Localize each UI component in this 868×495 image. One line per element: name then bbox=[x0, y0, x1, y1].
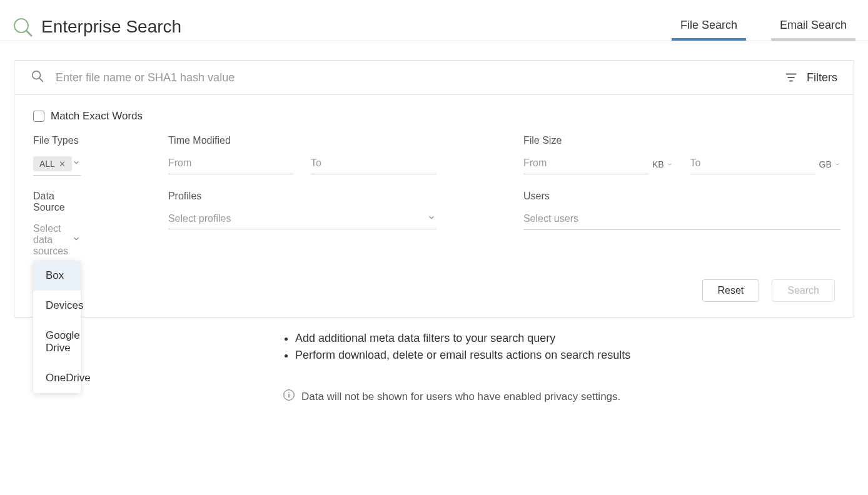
size-to-cell: GB bbox=[690, 152, 840, 174]
tab-file-search[interactable]: File Search bbox=[672, 12, 746, 41]
info-bullet: Perform download, delete or email result… bbox=[295, 347, 854, 364]
size-from-unit[interactable]: KB bbox=[652, 159, 673, 174]
data-source-select[interactable]: Select data sources Box Devices Google D… bbox=[33, 219, 81, 262]
app-title: Enterprise Search bbox=[41, 17, 181, 37]
chevron-down-icon[interactable] bbox=[72, 234, 81, 246]
app-logo bbox=[13, 17, 33, 37]
info-block: Add additional meta data filters to your… bbox=[14, 330, 854, 404]
dropdown-item-devices[interactable]: Devices bbox=[33, 291, 81, 321]
data-source-label: Data Source bbox=[33, 191, 81, 213]
tabs: File Search Email Search bbox=[672, 12, 855, 41]
match-exact-label: Match Exact Words bbox=[51, 110, 143, 122]
size-to-input[interactable] bbox=[690, 152, 815, 174]
search-bar: Filters bbox=[14, 61, 854, 95]
time-modified-label: Time Modified bbox=[168, 135, 436, 146]
svg-line-1 bbox=[26, 31, 31, 36]
info-note-text: Data will not be shown for users who hav… bbox=[301, 391, 620, 403]
chevron-down-icon[interactable] bbox=[427, 213, 436, 224]
profiles-placeholder: Select profiles bbox=[168, 213, 231, 224]
reset-button[interactable]: Reset bbox=[702, 279, 760, 302]
profiles-label: Profiles bbox=[168, 191, 436, 202]
svg-line-3 bbox=[39, 78, 43, 82]
filters-toggle[interactable]: Filters bbox=[784, 71, 837, 84]
chevron-down-icon bbox=[834, 161, 840, 168]
dropdown-item-onedrive[interactable]: OneDrive bbox=[33, 363, 81, 393]
main-content: Filters Match Exact Words File Types ALL… bbox=[0, 41, 868, 423]
filter-time-modified: Time Modified bbox=[168, 135, 436, 176]
filter-profiles: Profiles Select profiles bbox=[168, 191, 436, 262]
time-to-input[interactable] bbox=[311, 152, 436, 174]
info-bullet: Add additional meta data filters to your… bbox=[295, 330, 854, 347]
size-range-row: KB GB bbox=[523, 152, 840, 174]
match-exact-checkbox[interactable] bbox=[33, 111, 44, 122]
info-icon bbox=[283, 389, 295, 404]
info-list: Add additional meta data filters to your… bbox=[295, 330, 854, 364]
match-exact-row: Match Exact Words bbox=[33, 110, 835, 122]
users-label: Users bbox=[523, 191, 840, 202]
time-range-row bbox=[168, 152, 436, 174]
chevron-down-icon bbox=[667, 161, 673, 168]
chip-label: ALL bbox=[39, 159, 55, 169]
search-panel: Filters Match Exact Words File Types ALL… bbox=[14, 60, 854, 318]
file-types-label: File Types bbox=[33, 135, 81, 146]
button-row: Reset Search bbox=[33, 279, 835, 302]
users-input[interactable] bbox=[523, 208, 840, 230]
data-source-placeholder: Select data sources bbox=[33, 223, 72, 257]
filter-file-size: File Size KB GB bbox=[523, 135, 840, 176]
dropdown-item-box[interactable]: Box bbox=[33, 261, 81, 291]
search-input[interactable] bbox=[56, 71, 784, 84]
search-logo-icon bbox=[13, 17, 33, 37]
search-button[interactable]: Search bbox=[772, 279, 835, 302]
chevron-down-icon[interactable] bbox=[72, 158, 81, 169]
size-from-input[interactable] bbox=[523, 152, 648, 174]
profiles-select[interactable]: Select profiles bbox=[168, 208, 436, 229]
data-source-dropdown: Box Devices Google Drive OneDrive bbox=[33, 261, 81, 393]
filters-label: Filters bbox=[807, 71, 837, 84]
file-size-label: File Size bbox=[523, 135, 840, 146]
chip-remove-icon[interactable]: ✕ bbox=[59, 159, 66, 169]
file-types-chip: ALL ✕ bbox=[33, 156, 72, 171]
file-types-select[interactable]: ALL ✕ bbox=[33, 152, 81, 176]
tab-email-search[interactable]: Email Search bbox=[771, 12, 855, 41]
info-note-row: Data will not be shown for users who hav… bbox=[283, 389, 854, 404]
dropdown-item-google-drive[interactable]: Google Drive bbox=[33, 321, 81, 363]
app-header: Enterprise Search File Search Email Sear… bbox=[0, 0, 868, 41]
filter-file-types: File Types ALL ✕ bbox=[33, 135, 81, 176]
time-from-input[interactable] bbox=[168, 152, 293, 174]
size-from-cell: KB bbox=[523, 152, 673, 174]
size-to-unit[interactable]: GB bbox=[819, 159, 840, 174]
filters-section: Match Exact Words File Types ALL ✕ bbox=[14, 95, 854, 317]
search-icon bbox=[31, 69, 44, 86]
filter-grid: File Types ALL ✕ Time Modified bbox=[33, 135, 835, 262]
filter-users: Users bbox=[523, 191, 840, 262]
filter-icon bbox=[784, 71, 798, 84]
svg-point-9 bbox=[288, 392, 290, 393]
filter-data-source: Data Source Select data sources Box Devi… bbox=[33, 191, 81, 262]
